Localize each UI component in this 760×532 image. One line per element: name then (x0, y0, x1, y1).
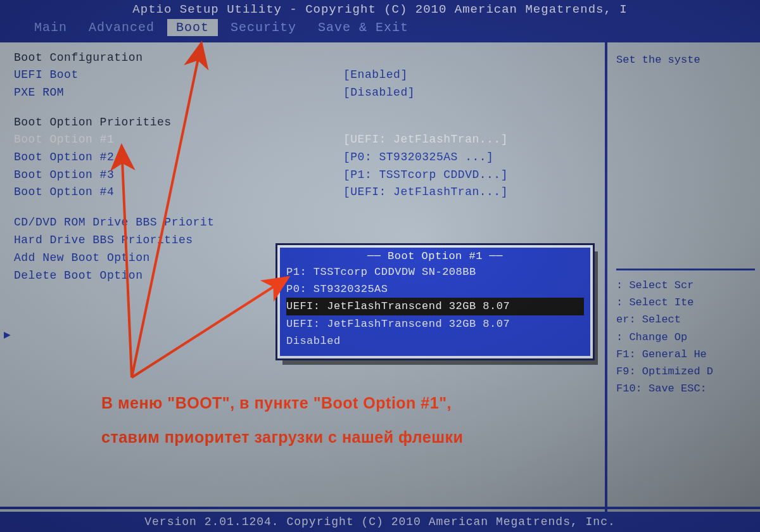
popup-option[interactable]: Disabled (286, 332, 584, 350)
popup-option[interactable]: UEFI: JetFlashTranscend 32GB 8.07 (286, 298, 584, 315)
setting-pxe-rom[interactable]: PXE ROM [Disabled] (14, 84, 593, 102)
popup-title: ── Boot Option #1 ── (286, 250, 584, 262)
boot-option-value: [UEFI: JetFlashTran...] (343, 184, 508, 201)
bios-screen: Aptio Setup Utility - Copyright (C) 2010… (0, 0, 760, 532)
boot-option-label: Boot Option #2 (14, 149, 343, 167)
boot-option-value: [P0: ST9320325AS ...] (343, 149, 493, 167)
setting-value: [Enabled] (343, 66, 408, 84)
help-line: : Change Op (616, 329, 755, 346)
main-pane: Boot Configuration UEFI Boot [Enabled] P… (0, 42, 605, 520)
help-line: : Select Scr (616, 277, 755, 294)
footer-bar: Version 2.01.1204. Copyright (C) 2010 Am… (0, 512, 760, 532)
boot-option-label: Boot Option #3 (14, 167, 343, 184)
title-text: Aptio Setup Utility - Copyright (C) 2010… (132, 3, 627, 16)
boot-option-label: Boot Option #4 (14, 184, 343, 201)
footer-text: Version 2.01.1204. Copyright (C) 2010 Am… (144, 516, 616, 528)
help-line: F10: Save ESC: (616, 380, 755, 397)
menu-tab-security[interactable]: Security (222, 19, 305, 36)
boot-option-popup[interactable]: ── Boot Option #1 ── P1: TSSTcorp CDDVDW… (277, 245, 593, 358)
boot-option-label: Boot Option #1 (14, 131, 343, 149)
setting-uefi-boot[interactable]: UEFI Boot [Enabled] (14, 66, 593, 84)
help-line: F9: Optimized D (616, 363, 755, 380)
caret-icon: ▶ (4, 327, 11, 341)
setting-label: PXE ROM (14, 84, 343, 102)
menu-bar: MainAdvancedBootSecuritySave & Exit (0, 18, 760, 40)
menu-tab-main[interactable]: Main (25, 19, 76, 36)
boot-option-1[interactable]: Boot Option #1[UEFI: JetFlashTran...] (14, 131, 593, 149)
boot-option-2[interactable]: Boot Option #2[P0: ST9320325AS ...] (14, 149, 593, 167)
boot-option-4[interactable]: Boot Option #4[UEFI: JetFlashTran...] (14, 184, 593, 201)
title-bar: Aptio Setup Utility - Copyright (C) 2010… (0, 0, 760, 18)
help-line: : Select Ite (616, 294, 755, 311)
menu-tab-advanced[interactable]: Advanced (80, 19, 163, 36)
popup-option[interactable]: P1: TSSTcorp CDDVDW SN-208BB (286, 263, 584, 281)
submenu-link[interactable]: CD/DVD ROM Drive BBS Priorit (14, 214, 593, 232)
menu-tab-save-exit[interactable]: Save & Exit (309, 19, 417, 36)
annotation-text-2: ставим приоритет загрузки с нашей флешки (101, 428, 463, 446)
popup-option[interactable]: P0: ST9320325AS (286, 281, 584, 298)
help-context: Set the syste (616, 54, 755, 66)
help-pane: Set the syste : Select Scr: Select Iteer… (605, 42, 760, 520)
boot-option-value: [UEFI: JetFlashTran...] (343, 131, 508, 149)
annotation-text-1: В меню "BOOT", в пункте "Boot Option #1"… (101, 394, 452, 412)
section-boot-config: Boot Configuration (14, 51, 593, 64)
boot-option-value: [P1: TSSTcorp CDDVD...] (343, 167, 508, 184)
help-line: er: Select (616, 311, 755, 328)
section-boot-priorities: Boot Option Priorities (14, 116, 593, 129)
content-area: Boot Configuration UEFI Boot [Enabled] P… (0, 40, 760, 520)
help-line: F1: General He (616, 346, 755, 363)
boot-option-3[interactable]: Boot Option #3[P1: TSSTcorp CDDVD...] (14, 167, 593, 184)
menu-tab-boot[interactable]: Boot (167, 19, 218, 36)
setting-value: [Disabled] (343, 84, 415, 102)
setting-label: UEFI Boot (14, 66, 343, 84)
popup-option[interactable]: UEFI: JetFlashTranscend 32GB 8.07 (286, 315, 584, 332)
